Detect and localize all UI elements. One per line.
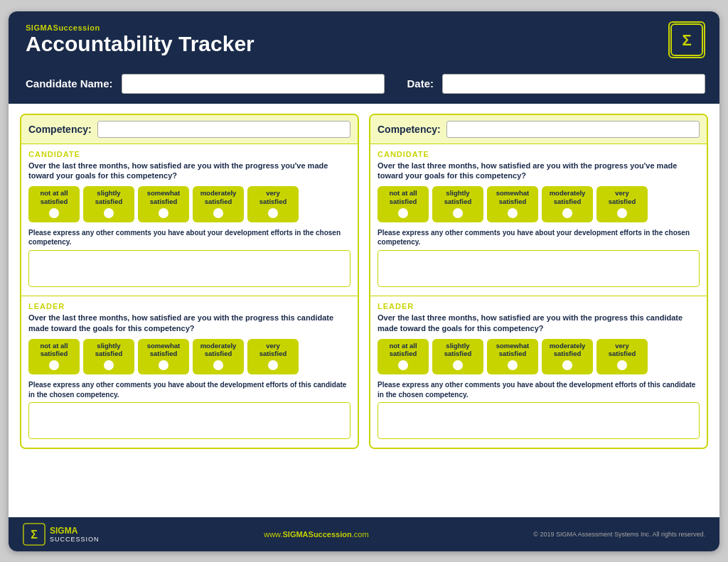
radio-somewhat-1c[interactable]: somewhatsatisfied: [138, 186, 189, 222]
radio-very-1c[interactable]: verysatisfied: [247, 186, 299, 222]
card-2-leader-section: LEADER Over the last three months, how s…: [370, 296, 707, 448]
radio-circle: [104, 208, 114, 218]
header-subtitle: SIGMASuccession: [26, 23, 255, 32]
card-2-candidate-section: CANDIDATE Over the last three months, ho…: [370, 144, 707, 296]
card-1-leader-radio-group: not at allsatisfied slightlysatisfied so…: [28, 339, 350, 375]
footer-logo-text: SIGMA SUCCESSION: [50, 526, 100, 543]
radio-circle: [213, 208, 223, 218]
competency-grid: Competency: CANDIDATE Over the last thre…: [20, 114, 708, 450]
candidate-name-input[interactable]: [122, 74, 385, 94]
card-2-leader-comment-box[interactable]: [378, 402, 700, 439]
card-1-leader-section: LEADER Over the last three months, how s…: [21, 296, 358, 448]
card-1-candidate-radio-group: not at allsatisfied slightlysatisfied so…: [28, 186, 350, 222]
radio-moderately-1l[interactable]: moderatelysatisfied: [193, 339, 244, 375]
radio-moderately-2l[interactable]: moderatelysatisfied: [542, 339, 593, 375]
header-logo: Σ: [668, 21, 705, 58]
radio-somewhat-1l[interactable]: somewhatsatisfied: [138, 339, 189, 375]
radio-circle: [398, 208, 408, 218]
radio-circle: [508, 360, 518, 370]
radio-slightly-1l[interactable]: slightlysatisfied: [83, 339, 134, 375]
radio-very-2l[interactable]: verysatisfied: [596, 339, 648, 375]
card-2-candidate-radio-group: not at allsatisfied slightlysatisfied so…: [378, 186, 700, 222]
candidate-name-label: Candidate Name:: [26, 77, 113, 90]
svg-text:Σ: Σ: [682, 31, 691, 49]
card-1-leader-question: Over the last three months, how satisfie…: [28, 313, 350, 334]
radio-circle: [159, 360, 168, 370]
header-title-block: SIGMASuccession Accountability Tracker: [26, 23, 255, 55]
card-2-candidate-question: Over the last three months, how satisfie…: [378, 161, 700, 182]
card-2-leader-role: LEADER: [378, 302, 700, 310]
svg-text:Σ: Σ: [31, 529, 38, 541]
competency-label-2: Competency:: [378, 124, 441, 135]
radio-circle: [104, 360, 114, 370]
competency-input-1[interactable]: [97, 121, 350, 138]
radio-very-1l[interactable]: verysatisfied: [247, 339, 299, 375]
competency-card-1: Competency: CANDIDATE Over the last thre…: [20, 114, 359, 450]
footer-logo: Σ SIGMA SUCCESSION: [23, 523, 100, 546]
radio-circle: [268, 360, 278, 370]
footer: Σ SIGMA SUCCESSION www.SIGMASuccession.c…: [9, 517, 719, 551]
radio-circle: [213, 360, 223, 370]
competency-label-1: Competency:: [28, 124, 92, 135]
footer-copyright: © 2019 SIGMA Assessment Systems Inc. All…: [533, 531, 705, 538]
competency-header-2: Competency:: [370, 115, 707, 144]
candidate-row: Candidate Name: Date:: [9, 68, 719, 104]
card-1-candidate-role: CANDIDATE: [28, 150, 350, 158]
card-2-candidate-comment-label: Please express any other comments you ha…: [378, 228, 700, 247]
radio-circle: [49, 208, 59, 218]
radio-circle: [453, 360, 463, 370]
footer-url: www.SIGMASuccession.com: [264, 530, 368, 539]
header-title: Accountability Tracker: [26, 32, 255, 55]
card-2-leader-comment-label: Please express any other comments you ha…: [378, 380, 700, 399]
card-2-candidate-role: CANDIDATE: [378, 150, 700, 158]
card-1-candidate-comment-box[interactable]: [28, 250, 350, 287]
radio-not-at-all-1l[interactable]: not at allsatisfied: [28, 339, 80, 375]
card-2-leader-question: Over the last three months, how satisfie…: [378, 313, 700, 334]
radio-not-at-all-2l[interactable]: not at allsatisfied: [378, 339, 429, 375]
card-2-leader-radio-group: not at allsatisfied slightlysatisfied so…: [378, 339, 700, 375]
competency-header-1: Competency:: [21, 115, 358, 144]
radio-circle: [617, 360, 627, 370]
card-1-candidate-section: CANDIDATE Over the last three months, ho…: [21, 144, 358, 296]
footer-sigma-icon: Σ: [23, 523, 46, 546]
radio-circle: [159, 208, 168, 218]
radio-circle: [617, 208, 627, 218]
radio-moderately-2c[interactable]: moderatelysatisfied: [542, 186, 593, 222]
radio-slightly-1c[interactable]: slightlysatisfied: [83, 186, 134, 222]
radio-slightly-2c[interactable]: slightlysatisfied: [432, 186, 483, 222]
card-1-leader-comment-label: Please express any other comments you ha…: [28, 380, 350, 399]
sigma-logo-icon: Σ: [670, 23, 704, 57]
radio-very-2c[interactable]: verysatisfied: [596, 186, 648, 222]
header: SIGMASuccession Accountability Tracker Σ: [9, 11, 719, 68]
radio-somewhat-2l[interactable]: somewhatsatisfied: [487, 339, 538, 375]
radio-circle: [268, 208, 278, 218]
radio-circle: [562, 208, 572, 218]
radio-moderately-1c[interactable]: moderatelysatisfied: [193, 186, 244, 222]
card-2-candidate-comment-box[interactable]: [378, 250, 700, 287]
card-1-candidate-question: Over the last three months, how satisfie…: [28, 161, 350, 182]
date-label: Date:: [407, 77, 434, 90]
card-1-candidate-comment-label: Please express any other comments you ha…: [28, 228, 350, 247]
radio-somewhat-2c[interactable]: somewhatsatisfied: [487, 186, 538, 222]
page: SIGMASuccession Accountability Tracker Σ…: [9, 11, 719, 551]
card-1-leader-role: LEADER: [28, 302, 350, 310]
competency-card-2: Competency: CANDIDATE Over the last thre…: [369, 114, 708, 450]
radio-circle: [562, 360, 572, 370]
radio-slightly-2l[interactable]: slightlysatisfied: [432, 339, 483, 375]
radio-circle: [398, 360, 408, 370]
radio-not-at-all-2c[interactable]: not at allsatisfied: [378, 186, 429, 222]
competency-input-2[interactable]: [446, 121, 700, 138]
radio-not-at-all-1c[interactable]: not at allsatisfied: [28, 186, 80, 222]
radio-circle: [508, 208, 518, 218]
date-input[interactable]: [442, 74, 705, 94]
radio-circle: [453, 208, 463, 218]
radio-circle: [49, 360, 59, 370]
card-1-leader-comment-box[interactable]: [28, 402, 350, 439]
main-content: Competency: CANDIDATE Over the last thre…: [9, 104, 719, 517]
